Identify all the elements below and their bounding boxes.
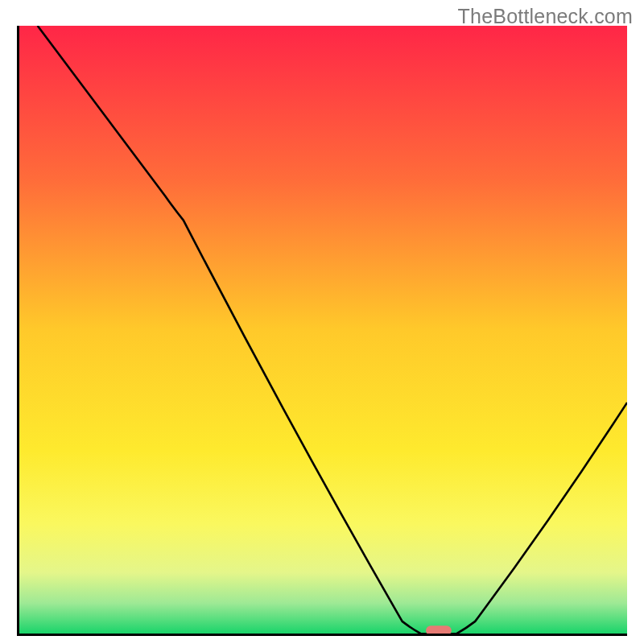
chart-frame: TheBottleneck.com xyxy=(0,0,644,644)
chart-svg xyxy=(19,26,627,634)
gradient-background xyxy=(19,26,627,634)
optimal-marker xyxy=(426,625,452,634)
plot-area xyxy=(19,26,627,634)
watermark-text: TheBottleneck.com xyxy=(458,5,633,28)
